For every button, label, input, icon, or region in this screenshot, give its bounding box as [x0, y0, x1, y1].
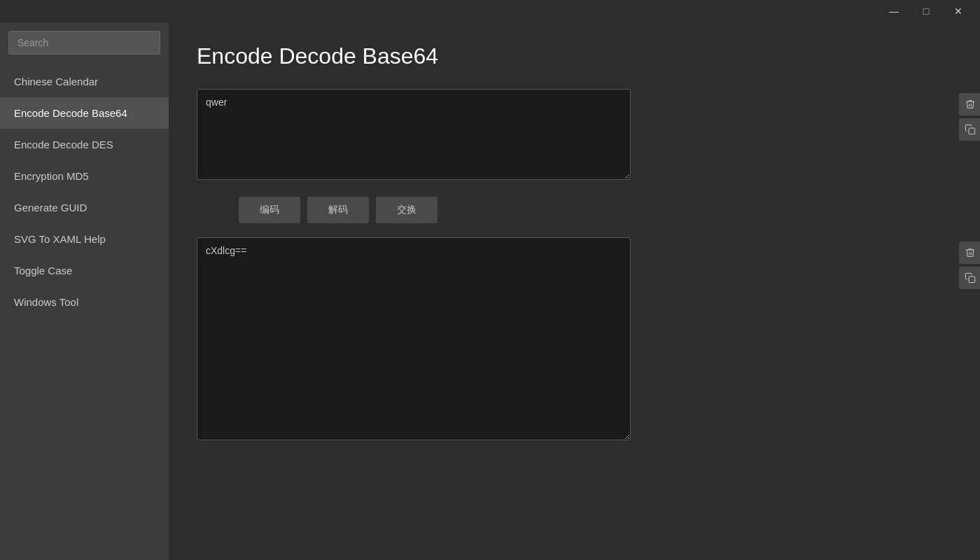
- input-copy-button[interactable]: [959, 118, 980, 141]
- sidebar-item-svg-to-xaml-help[interactable]: SVG To XAML Help: [0, 223, 169, 255]
- output-wrapper: cXdlcg==: [197, 237, 952, 443]
- input-wrapper: qwer: [197, 89, 952, 183]
- sidebar-item-chinese-calendar[interactable]: Chinese Calendar: [0, 66, 169, 97]
- copy-icon: [965, 272, 976, 284]
- encode-button[interactable]: 编码: [239, 197, 300, 223]
- input-icons: [959, 93, 980, 141]
- close-button[interactable]: ✕: [942, 0, 974, 22]
- svg-rect-0: [969, 128, 975, 134]
- input-textarea[interactable]: qwer: [197, 89, 631, 180]
- trash-icon: [965, 99, 976, 110]
- page-title: Encode Decode Base64: [197, 43, 952, 69]
- svg-rect-1: [969, 276, 975, 283]
- sidebar-item-encryption-md5[interactable]: Encryption MD5: [0, 160, 169, 192]
- title-bar: — □ ✕: [0, 0, 980, 22]
- sidebar-item-encode-decode-des[interactable]: Encode Decode DES: [0, 129, 169, 160]
- output-copy-button[interactable]: [959, 267, 980, 289]
- main-content: Encode Decode Base64 qwer: [169, 22, 980, 560]
- sidebar-item-toggle-case[interactable]: Toggle Case: [0, 255, 169, 286]
- maximize-button[interactable]: □: [910, 0, 942, 22]
- trash-icon: [965, 247, 976, 258]
- input-clear-button[interactable]: [959, 93, 980, 115]
- sidebar: Chinese Calendar Encode Decode Base64 En…: [0, 22, 169, 560]
- sidebar-item-generate-guid[interactable]: Generate GUID: [0, 192, 169, 223]
- sidebar-item-encode-decode-base64[interactable]: Encode Decode Base64: [0, 97, 169, 129]
- swap-button[interactable]: 交换: [376, 197, 438, 223]
- output-icons: [959, 241, 980, 289]
- sidebar-item-windows-tool[interactable]: Windows Tool: [0, 286, 169, 318]
- action-buttons: 编码 解码 交换: [239, 197, 952, 223]
- minimize-button[interactable]: —: [878, 0, 910, 22]
- decode-button[interactable]: 解码: [307, 197, 369, 223]
- app-layout: Chinese Calendar Encode Decode Base64 En…: [0, 22, 980, 560]
- output-clear-button[interactable]: [959, 241, 980, 264]
- copy-icon: [965, 124, 976, 135]
- output-textarea[interactable]: cXdlcg==: [197, 237, 631, 440]
- search-input[interactable]: [8, 31, 160, 55]
